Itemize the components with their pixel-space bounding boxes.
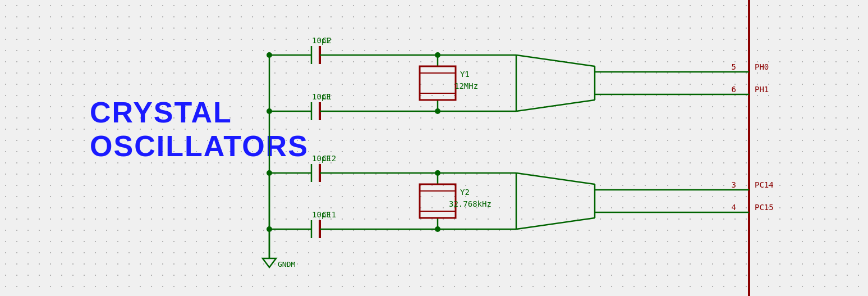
svg-point-57 <box>267 170 272 176</box>
svg-text:C12: C12 <box>322 154 336 163</box>
svg-text:4: 4 <box>732 203 736 212</box>
svg-text:32.768kHz: 32.768kHz <box>449 199 492 208</box>
svg-text:C1: C1 <box>322 92 332 101</box>
svg-text:GNDM: GNDM <box>278 260 295 268</box>
svg-text:Y2: Y2 <box>460 188 470 197</box>
svg-line-28 <box>516 100 595 111</box>
svg-text:PC14: PC14 <box>755 180 774 189</box>
svg-text:12MHz: 12MHz <box>454 81 478 90</box>
svg-rect-22 <box>420 66 456 100</box>
svg-text:C2: C2 <box>322 36 332 45</box>
svg-text:PC15: PC15 <box>755 203 774 212</box>
schematic-diagram: 10pF C2 10pF C1 Y1 12MHz 5 6 PH0 PH1 <box>0 0 868 296</box>
svg-text:6: 6 <box>732 85 736 94</box>
svg-text:3: 3 <box>732 180 736 189</box>
svg-text:PH1: PH1 <box>755 85 769 94</box>
svg-text:5: 5 <box>732 62 736 71</box>
svg-line-66 <box>516 173 595 184</box>
svg-line-67 <box>516 218 595 229</box>
svg-point-18 <box>267 52 272 58</box>
svg-text:C11: C11 <box>322 210 336 219</box>
svg-line-27 <box>516 55 595 66</box>
svg-text:PH0: PH0 <box>755 62 769 71</box>
svg-text:Y1: Y1 <box>460 70 470 79</box>
svg-marker-38 <box>263 258 276 267</box>
